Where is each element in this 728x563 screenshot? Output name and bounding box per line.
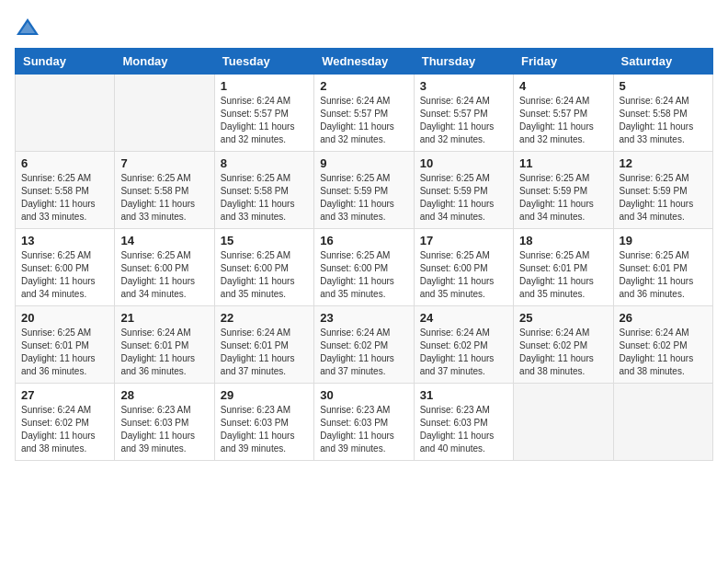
calendar-cell: 3Sunrise: 6:24 AM Sunset: 5:57 PM Daylig… [414, 75, 513, 152]
day-info: Sunrise: 6:25 AM Sunset: 6:00 PM Dayligh… [21, 249, 108, 301]
calendar-cell: 24Sunrise: 6:24 AM Sunset: 6:02 PM Dayli… [414, 306, 513, 384]
calendar-header-friday: Friday [514, 49, 613, 75]
calendar-cell: 7Sunrise: 6:25 AM Sunset: 5:58 PM Daylig… [115, 152, 214, 229]
day-info: Sunrise: 6:25 AM Sunset: 5:58 PM Dayligh… [120, 172, 208, 224]
day-number: 10 [420, 156, 507, 170]
calendar-cell: 26Sunrise: 6:24 AM Sunset: 6:02 PM Dayli… [613, 306, 712, 384]
day-info: Sunrise: 6:24 AM Sunset: 5:57 PM Dayligh… [320, 95, 407, 146]
day-info: Sunrise: 6:25 AM Sunset: 6:01 PM Dayligh… [21, 327, 108, 378]
day-info: Sunrise: 6:23 AM Sunset: 6:03 PM Dayligh… [221, 404, 308, 455]
calendar-header-saturday: Saturday [613, 49, 712, 75]
day-number: 18 [519, 234, 607, 247]
calendar-cell [514, 384, 613, 461]
day-info: Sunrise: 6:25 AM Sunset: 5:59 PM Dayligh… [420, 172, 507, 224]
calendar-week-2: 6Sunrise: 6:25 AM Sunset: 5:58 PM Daylig… [16, 152, 713, 229]
calendar-cell [115, 75, 214, 152]
calendar-cell: 21Sunrise: 6:24 AM Sunset: 6:01 PM Dayli… [115, 306, 214, 384]
calendar-cell: 4Sunrise: 6:24 AM Sunset: 5:57 PM Daylig… [514, 75, 613, 152]
calendar-cell: 17Sunrise: 6:25 AM Sunset: 6:00 PM Dayli… [414, 229, 513, 306]
day-info: Sunrise: 6:24 AM Sunset: 6:02 PM Dayligh… [320, 327, 407, 378]
day-number: 8 [221, 156, 308, 170]
day-number: 11 [519, 156, 607, 170]
day-number: 23 [320, 311, 407, 325]
day-number: 4 [519, 79, 607, 93]
day-number: 29 [221, 388, 308, 402]
day-number: 25 [519, 311, 607, 325]
calendar-cell: 23Sunrise: 6:24 AM Sunset: 6:02 PM Dayli… [314, 306, 414, 384]
calendar-cell: 9Sunrise: 6:25 AM Sunset: 5:59 PM Daylig… [314, 152, 414, 229]
day-number: 3 [420, 79, 507, 93]
logo-icon [15, 15, 40, 40]
day-info: Sunrise: 6:23 AM Sunset: 6:03 PM Dayligh… [120, 404, 208, 455]
calendar-header-row: SundayMondayTuesdayWednesdayThursdayFrid… [16, 49, 713, 75]
day-info: Sunrise: 6:25 AM Sunset: 5:58 PM Dayligh… [21, 172, 108, 224]
page-header [15, 15, 713, 40]
day-info: Sunrise: 6:25 AM Sunset: 6:00 PM Dayligh… [120, 249, 208, 301]
calendar-cell: 12Sunrise: 6:25 AM Sunset: 5:59 PM Dayli… [613, 152, 712, 229]
day-info: Sunrise: 6:23 AM Sunset: 6:03 PM Dayligh… [420, 404, 507, 455]
day-number: 1 [221, 79, 308, 93]
day-info: Sunrise: 6:25 AM Sunset: 6:01 PM Dayligh… [519, 249, 607, 301]
calendar-cell: 10Sunrise: 6:25 AM Sunset: 5:59 PM Dayli… [414, 152, 513, 229]
day-number: 19 [620, 234, 707, 247]
day-info: Sunrise: 6:24 AM Sunset: 5:57 PM Dayligh… [519, 95, 607, 146]
day-info: Sunrise: 6:25 AM Sunset: 5:58 PM Dayligh… [221, 172, 308, 224]
day-number: 31 [420, 388, 507, 402]
day-info: Sunrise: 6:25 AM Sunset: 6:00 PM Dayligh… [221, 249, 308, 301]
calendar-cell: 19Sunrise: 6:25 AM Sunset: 6:01 PM Dayli… [613, 229, 712, 306]
day-info: Sunrise: 6:25 AM Sunset: 5:59 PM Dayligh… [519, 172, 607, 224]
day-number: 21 [120, 311, 208, 325]
calendar-header-wednesday: Wednesday [314, 49, 414, 75]
calendar-cell: 27Sunrise: 6:24 AM Sunset: 6:02 PM Dayli… [16, 384, 115, 461]
day-number: 27 [21, 388, 108, 402]
day-number: 24 [420, 311, 507, 325]
calendar-cell: 8Sunrise: 6:25 AM Sunset: 5:58 PM Daylig… [214, 152, 313, 229]
calendar-cell: 28Sunrise: 6:23 AM Sunset: 6:03 PM Dayli… [115, 384, 214, 461]
calendar-table: SundayMondayTuesdayWednesdayThursdayFrid… [15, 48, 713, 461]
day-info: Sunrise: 6:24 AM Sunset: 6:01 PM Dayligh… [221, 327, 308, 378]
day-info: Sunrise: 6:24 AM Sunset: 5:58 PM Dayligh… [620, 95, 707, 146]
day-info: Sunrise: 6:24 AM Sunset: 5:57 PM Dayligh… [420, 95, 507, 146]
calendar-week-3: 13Sunrise: 6:25 AM Sunset: 6:00 PM Dayli… [16, 229, 713, 306]
calendar-cell: 25Sunrise: 6:24 AM Sunset: 6:02 PM Dayli… [514, 306, 613, 384]
calendar-cell: 18Sunrise: 6:25 AM Sunset: 6:01 PM Dayli… [514, 229, 613, 306]
day-number: 7 [120, 156, 208, 170]
day-number: 28 [120, 388, 208, 402]
calendar-cell: 15Sunrise: 6:25 AM Sunset: 6:00 PM Dayli… [214, 229, 313, 306]
calendar-cell: 22Sunrise: 6:24 AM Sunset: 6:01 PM Dayli… [214, 306, 313, 384]
day-info: Sunrise: 6:25 AM Sunset: 5:59 PM Dayligh… [620, 172, 707, 224]
calendar-header-thursday: Thursday [414, 49, 513, 75]
calendar-week-4: 20Sunrise: 6:25 AM Sunset: 6:01 PM Dayli… [16, 306, 713, 384]
day-info: Sunrise: 6:24 AM Sunset: 6:01 PM Dayligh… [120, 327, 208, 378]
calendar-cell [613, 384, 712, 461]
day-number: 6 [21, 156, 108, 170]
day-number: 13 [21, 234, 108, 247]
day-info: Sunrise: 6:25 AM Sunset: 5:59 PM Dayligh… [320, 172, 407, 224]
day-number: 14 [120, 234, 208, 247]
day-number: 17 [420, 234, 507, 247]
day-info: Sunrise: 6:24 AM Sunset: 6:02 PM Dayligh… [519, 327, 607, 378]
calendar-header-monday: Monday [115, 49, 214, 75]
day-number: 16 [320, 234, 407, 247]
day-number: 5 [620, 79, 707, 93]
calendar-cell: 29Sunrise: 6:23 AM Sunset: 6:03 PM Dayli… [214, 384, 313, 461]
calendar-cell: 2Sunrise: 6:24 AM Sunset: 5:57 PM Daylig… [314, 75, 414, 152]
day-number: 2 [320, 79, 407, 93]
calendar-cell: 11Sunrise: 6:25 AM Sunset: 5:59 PM Dayli… [514, 152, 613, 229]
calendar-header-sunday: Sunday [16, 49, 115, 75]
day-number: 15 [221, 234, 308, 247]
day-info: Sunrise: 6:25 AM Sunset: 6:00 PM Dayligh… [420, 249, 507, 301]
day-info: Sunrise: 6:24 AM Sunset: 6:02 PM Dayligh… [21, 404, 108, 455]
day-info: Sunrise: 6:24 AM Sunset: 6:02 PM Dayligh… [620, 327, 707, 378]
day-number: 9 [320, 156, 407, 170]
calendar-week-1: 1Sunrise: 6:24 AM Sunset: 5:57 PM Daylig… [16, 75, 713, 152]
day-number: 26 [620, 311, 707, 325]
day-info: Sunrise: 6:24 AM Sunset: 6:02 PM Dayligh… [420, 327, 507, 378]
day-number: 12 [620, 156, 707, 170]
calendar-cell: 14Sunrise: 6:25 AM Sunset: 6:00 PM Dayli… [115, 229, 214, 306]
day-number: 22 [221, 311, 308, 325]
day-number: 20 [21, 311, 108, 325]
day-number: 30 [320, 388, 407, 402]
calendar-cell: 13Sunrise: 6:25 AM Sunset: 6:00 PM Dayli… [16, 229, 115, 306]
day-info: Sunrise: 6:25 AM Sunset: 6:01 PM Dayligh… [620, 249, 707, 301]
